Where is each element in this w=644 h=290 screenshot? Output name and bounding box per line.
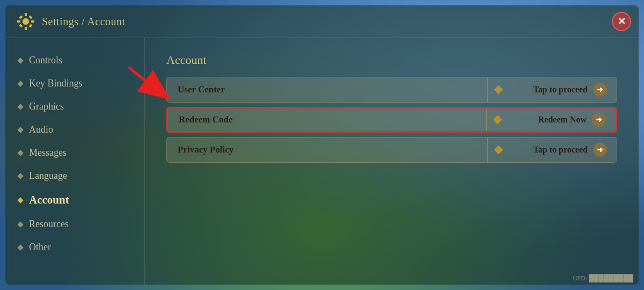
svg-rect-4 — [31, 20, 34, 23]
sidebar-item-account[interactable]: Account — [5, 187, 144, 213]
svg-point-0 — [23, 18, 29, 25]
menu-row-divider — [486, 108, 487, 131]
bullet-icon — [17, 221, 23, 227]
sidebar-item-audio[interactable]: Audio — [5, 118, 144, 141]
proceed-arrow-icon — [592, 113, 606, 127]
proceed-arrow-icon — [593, 83, 607, 97]
svg-rect-6 — [28, 15, 32, 19]
diamond-icon — [493, 115, 502, 125]
sidebar-item-controls[interactable]: Controls — [5, 49, 144, 72]
uid-label: UID: — [573, 274, 587, 282]
svg-rect-5 — [19, 15, 23, 19]
sidebar-item-label: Messages — [29, 147, 67, 158]
menu-row-action-text: Tap to proceed — [533, 85, 588, 95]
diamond-icon — [494, 146, 503, 155]
menu-row-label: Privacy Policy — [167, 144, 487, 155]
bullet-icon — [17, 173, 23, 179]
sidebar-item-label: Audio — [29, 124, 53, 135]
sidebar-item-label: Language — [29, 170, 67, 182]
menu-row-privacy-policy[interactable]: Privacy PolicyTap to proceed — [166, 137, 617, 163]
menu-row-action: Tap to proceed — [509, 83, 617, 97]
svg-rect-3 — [17, 20, 20, 23]
diamond-icon — [494, 85, 503, 95]
bullet-icon — [17, 127, 23, 133]
content-area: ControlsKey BindingsGraphicsAudioMessage… — [5, 38, 639, 285]
bullet-icon — [17, 150, 23, 156]
gear-icon — [16, 12, 35, 31]
svg-rect-7 — [19, 24, 23, 27]
section-title: Account — [166, 53, 617, 67]
sidebar: ControlsKey BindingsGraphicsAudioMessage… — [5, 38, 145, 285]
menu-row-divider — [487, 137, 488, 162]
menu-row-user-center[interactable]: User CenterTap to proceed — [166, 77, 617, 103]
menu-row-label: User Center — [167, 84, 487, 95]
sidebar-item-language[interactable]: Language — [5, 164, 144, 187]
sidebar-item-key-bindings[interactable]: Key Bindings — [5, 72, 144, 95]
sidebar-item-label: Account — [29, 193, 69, 207]
svg-rect-8 — [28, 24, 32, 27]
sidebar-item-label: Other — [29, 242, 51, 253]
bullet-icon — [17, 57, 23, 63]
menu-row-label: Redeem Code — [168, 114, 486, 125]
menu-row-action-text: Tap to proceed — [533, 145, 588, 155]
menu-row-redeem-code[interactable]: Redeem CodeRedeem Now — [166, 107, 617, 133]
sidebar-item-label: Key Bindings — [29, 78, 83, 89]
menu-row-action: Redeem Now — [508, 113, 616, 127]
menu-row-action: Tap to proceed — [509, 143, 617, 157]
header-title: Settings / Account — [42, 16, 126, 28]
proceed-arrow-icon — [593, 143, 607, 157]
bullet-icon — [17, 104, 23, 110]
sidebar-item-label: Resources — [29, 219, 69, 230]
uid-display: UID: █████████ — [573, 274, 633, 282]
uid-value: █████████ — [589, 274, 633, 282]
sidebar-item-other[interactable]: Other — [5, 236, 144, 259]
bullet-icon — [17, 81, 23, 86]
sidebar-item-label: Controls — [29, 55, 62, 66]
bullet-icon — [17, 197, 23, 203]
menu-row-action-text: Redeem Now — [538, 115, 587, 125]
sidebar-item-label: Graphics — [29, 101, 64, 112]
bullet-icon — [17, 244, 23, 250]
close-button[interactable]: ✕ — [612, 12, 631, 31]
sidebar-item-messages[interactable]: Messages — [5, 141, 144, 164]
header: Settings / Account ✕ — [5, 5, 639, 38]
sidebar-item-resources[interactable]: Resources — [5, 213, 144, 236]
svg-rect-1 — [25, 13, 27, 16]
main-content: Account User CenterTap to proceedRedeem … — [145, 38, 639, 285]
sidebar-item-graphics[interactable]: Graphics — [5, 95, 144, 118]
svg-rect-2 — [25, 27, 27, 30]
settings-panel: Settings / Account ✕ ControlsKey Binding… — [5, 5, 639, 285]
menu-row-divider — [487, 77, 488, 102]
